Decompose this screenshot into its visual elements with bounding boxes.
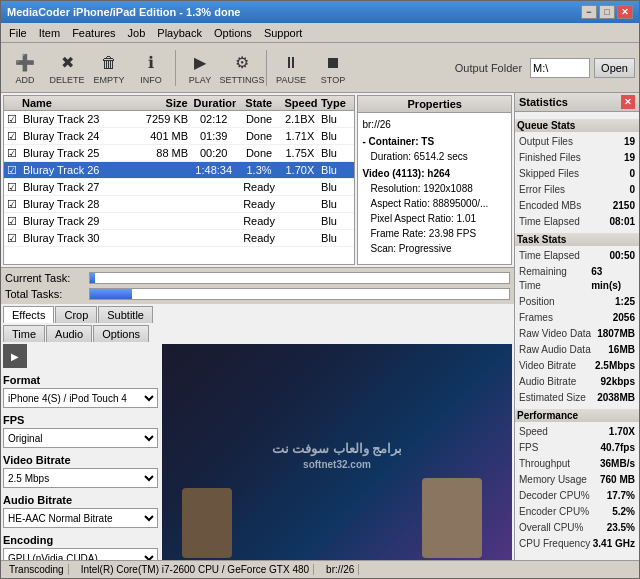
stats-value: 1.70X bbox=[609, 425, 635, 439]
file-list: Name Size Duration State Speed Type ☑ Bl… bbox=[3, 95, 355, 265]
stats-row: Frames 2056 bbox=[519, 310, 635, 326]
video-bitrate-select[interactable]: 2.5 Mbps bbox=[3, 468, 158, 488]
delete-button[interactable]: ✖ DELETE bbox=[47, 48, 87, 88]
file-duration bbox=[191, 220, 236, 222]
encoding-select[interactable]: GPU (nVidia CUDA) bbox=[3, 548, 158, 560]
stats-value: 0 bbox=[629, 167, 635, 181]
file-row[interactable]: ☑ Bluray Track 29 Ready Blu bbox=[4, 213, 354, 230]
prop-aspect: Aspect Ratio: 88895000/... bbox=[362, 196, 507, 211]
file-row[interactable]: ☑ Bluray Track 25 88 MB 00:20 Done 1.75X… bbox=[4, 145, 354, 162]
open-folder-button[interactable]: Open bbox=[594, 58, 635, 78]
file-row[interactable]: ☑ Bluray Track 24 401 MB 01:39 Done 1.71… bbox=[4, 128, 354, 145]
close-button[interactable]: ✕ bbox=[617, 5, 633, 19]
stats-value: 2056 bbox=[613, 311, 635, 325]
stats-row: Overall CPU% 23.5% bbox=[519, 520, 635, 536]
preview-content: برامج والعاب سوفت نتsoftnet32.com bbox=[162, 344, 512, 560]
main-area: Name Size Duration State Speed Type ☑ Bl… bbox=[1, 93, 639, 560]
preview-play-button[interactable]: ▶ bbox=[3, 344, 27, 368]
menu-options[interactable]: Options bbox=[208, 25, 258, 41]
file-checkbox[interactable]: ☑ bbox=[4, 111, 20, 127]
info-icon: ℹ bbox=[139, 51, 163, 75]
file-checkbox[interactable]: ☑ bbox=[4, 128, 20, 144]
file-checkbox[interactable]: ☑ bbox=[4, 230, 20, 246]
file-speed: 1.71X bbox=[282, 129, 318, 143]
properties-header: Properties bbox=[358, 96, 511, 113]
file-state: Done bbox=[236, 129, 281, 143]
file-row[interactable]: ☑ Bluray Track 23 7259 KB 02:12 Done 2.1… bbox=[4, 111, 354, 128]
stats-row: Decoder CPU% 17.7% bbox=[519, 488, 635, 504]
prop-scan: Scan: Progressive bbox=[362, 241, 507, 256]
total-tasks-row: Total Tasks: bbox=[5, 286, 510, 302]
stats-key: FPS bbox=[519, 441, 538, 455]
tab-audio[interactable]: Audio bbox=[46, 325, 92, 342]
stop-button[interactable]: ⏹ STOP bbox=[313, 48, 353, 88]
current-task-row: Current Task: bbox=[5, 270, 510, 286]
file-checkbox[interactable]: ☑ bbox=[4, 196, 20, 212]
stats-value: 23.5% bbox=[607, 521, 635, 535]
tab-time[interactable]: Time bbox=[3, 325, 45, 342]
preview-figure-left bbox=[182, 488, 232, 558]
col-header-state: State bbox=[236, 96, 281, 110]
video-bitrate-label: Video Bitrate bbox=[3, 454, 158, 466]
file-checkbox[interactable]: ☑ bbox=[4, 145, 20, 161]
menu-item[interactable]: Item bbox=[33, 25, 66, 41]
menu-features[interactable]: Features bbox=[66, 25, 121, 41]
stats-row: Estimated Size 2038MB bbox=[519, 390, 635, 406]
play-button[interactable]: ▶ PLAY bbox=[180, 48, 220, 88]
stats-row: Error Files 0 bbox=[519, 182, 635, 198]
menu-support[interactable]: Support bbox=[258, 25, 309, 41]
tab-crop[interactable]: Crop bbox=[55, 306, 97, 323]
menu-playback[interactable]: Playback bbox=[151, 25, 208, 41]
file-row[interactable]: ☑ Bluray Track 30 Ready Blu bbox=[4, 230, 354, 247]
tab-row-1: Effects Crop Subtitle bbox=[3, 306, 512, 323]
file-checkbox[interactable]: ☑ bbox=[4, 213, 20, 229]
info-button[interactable]: ℹ INFO bbox=[131, 48, 171, 88]
empty-button[interactable]: 🗑 EMPTY bbox=[89, 48, 129, 88]
col-header-duration: Duration bbox=[191, 96, 236, 110]
audio-bitrate-select[interactable]: HE-AAC Normal Bitrate bbox=[3, 508, 158, 528]
file-row[interactable]: ☑ Bluray Track 27 Ready Blu bbox=[4, 179, 354, 196]
stats-value: 2.5Mbps bbox=[595, 359, 635, 373]
stats-row: Skipped Files 0 bbox=[519, 166, 635, 182]
tab-subtitle[interactable]: Subtitle bbox=[98, 306, 153, 323]
file-speed bbox=[282, 203, 318, 205]
stats-key: Output Files bbox=[519, 135, 573, 149]
output-folder-input[interactable] bbox=[530, 58, 590, 78]
add-button[interactable]: ➕ ADD bbox=[5, 48, 45, 88]
file-row[interactable]: ☑ Bluray Track 28 Ready Blu bbox=[4, 196, 354, 213]
stats-row: Output Files 19 bbox=[519, 134, 635, 150]
fps-select[interactable]: Original bbox=[3, 428, 158, 448]
file-checkbox[interactable]: ☑ bbox=[4, 162, 20, 178]
statistics-close-button[interactable]: ✕ bbox=[621, 95, 635, 109]
total-tasks-bar bbox=[89, 288, 510, 300]
stats-value: 36MB/s bbox=[600, 457, 635, 471]
stats-key: Time Elapsed bbox=[519, 215, 580, 229]
total-tasks-label: Total Tasks: bbox=[5, 288, 85, 300]
menu-file[interactable]: File bbox=[3, 25, 33, 41]
stats-value: 2150 bbox=[613, 199, 635, 213]
col-header-size: Size bbox=[136, 96, 190, 110]
file-type: Blu bbox=[318, 214, 354, 228]
delete-icon: ✖ bbox=[55, 51, 79, 75]
col-header-type: Type bbox=[318, 96, 354, 110]
file-name: Bluray Track 28 bbox=[20, 197, 137, 211]
menu-job[interactable]: Job bbox=[122, 25, 152, 41]
minimize-button[interactable]: − bbox=[581, 5, 597, 19]
file-size: 7259 KB bbox=[137, 112, 191, 126]
stats-value: 19 bbox=[624, 151, 635, 165]
audio-bitrate-section: Audio Bitrate HE-AAC Normal Bitrate bbox=[3, 492, 158, 528]
tab-options[interactable]: Options bbox=[93, 325, 149, 342]
maximize-button[interactable]: □ bbox=[599, 5, 615, 19]
stats-row: Raw Video Data 1807MB bbox=[519, 326, 635, 342]
file-checkbox[interactable]: ☑ bbox=[4, 179, 20, 195]
stats-value: 40.7fps bbox=[601, 441, 635, 455]
format-label: Format bbox=[3, 374, 158, 386]
settings-button[interactable]: ⚙ SETTINGS bbox=[222, 48, 262, 88]
file-state: Ready bbox=[236, 180, 281, 194]
stats-value: 63 min(s) bbox=[591, 265, 635, 293]
format-select[interactable]: iPhone 4(S) / iPod Touch 4 bbox=[3, 388, 158, 408]
tab-effects[interactable]: Effects bbox=[3, 306, 54, 323]
stats-key: Estimated Size bbox=[519, 391, 586, 405]
pause-button[interactable]: ⏸ PAUSE bbox=[271, 48, 311, 88]
file-row[interactable]: ☑ Bluray Track 26 1:48:34 1.3% 1.70X Blu bbox=[4, 162, 354, 179]
